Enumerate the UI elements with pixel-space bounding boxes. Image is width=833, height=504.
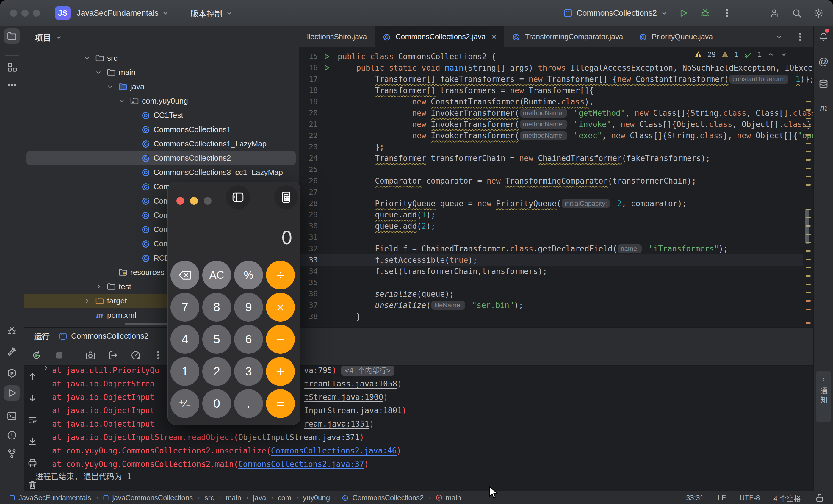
- breadcrumb-java[interactable]: java: [253, 494, 266, 502]
- run-play-icon[interactable]: [4, 385, 20, 401]
- tree-item-CC1Test[interactable]: CC1Test: [24, 108, 299, 122]
- inspection-widget[interactable]: 2911: [694, 50, 788, 58]
- calc-sidebar-button[interactable]: [226, 185, 250, 209]
- run-line-icon[interactable]: [323, 64, 330, 71]
- notifications-bell-icon[interactable]: [816, 29, 831, 44]
- project-menu[interactable]: JavaSecFundamentals: [77, 7, 169, 19]
- run-config-selector[interactable]: CommonsCollections2: [563, 8, 668, 18]
- tab-options-icon[interactable]: [795, 31, 806, 42]
- hidden-tabs-chevron-icon[interactable]: [775, 33, 783, 41]
- database-icon[interactable]: [816, 77, 831, 92]
- rerun-icon[interactable]: [29, 348, 44, 362]
- stack-trace-link[interactable]: ObjectInputStream.java:371: [238, 433, 359, 442]
- build-hammer-icon[interactable]: [4, 344, 20, 359]
- tab-PriorityQueue.java[interactable]: PriorityQueue.java: [631, 26, 721, 47]
- breadcrumb-CommonsCollections2[interactable]: CommonsCollections2: [341, 494, 424, 502]
- tree-item-CommonsCollections1_LazyMap[interactable]: CommonsCollections1_LazyMap: [24, 137, 299, 151]
- calc-button-÷[interactable]: ÷: [266, 261, 295, 289]
- breadcrumb-main[interactable]: main: [226, 494, 241, 502]
- calc-button-0[interactable]: 0: [202, 389, 231, 418]
- stack-trace-link[interactable]: ream.java:1351: [304, 419, 369, 428]
- encoding[interactable]: UTF-8: [740, 494, 760, 502]
- stack-trace-link[interactable]: tStream.java:1900: [304, 393, 383, 402]
- softwrap-icon[interactable]: [27, 414, 38, 425]
- breadcrumb-yuy0ung[interactable]: yuy0ung: [303, 494, 330, 502]
- tree-item-main[interactable]: main: [24, 65, 299, 79]
- tree-item-CommonsCollections1[interactable]: CommonsCollections1: [24, 122, 299, 137]
- indent-setting[interactable]: 4 个空格: [774, 493, 801, 503]
- fold-icon[interactable]: [42, 364, 50, 371]
- more-icon[interactable]: [4, 77, 20, 93]
- calc-button-7[interactable]: 7: [170, 293, 199, 321]
- code-area[interactable]: 15public class CommonsCollections2 {16 p…: [299, 47, 813, 327]
- calc-minimize-button[interactable]: [190, 197, 198, 205]
- lock-icon[interactable]: [814, 493, 825, 503]
- print-icon[interactable]: [27, 458, 38, 469]
- line-ending[interactable]: LF: [718, 494, 726, 502]
- stack-trace-link[interactable]: InputStream.java:1801: [304, 406, 402, 415]
- stack-trace-link[interactable]: CommonsCollections2.java:46: [271, 446, 397, 455]
- calc-keypad-button[interactable]: [274, 185, 298, 209]
- calc-button-6[interactable]: 6: [234, 325, 263, 354]
- terminal-icon[interactable]: [4, 408, 20, 424]
- project-logo[interactable]: JS: [55, 6, 71, 20]
- calc-button-8[interactable]: 8: [202, 293, 231, 321]
- caret-position[interactable]: 33:31: [686, 494, 704, 502]
- maven-icon[interactable]: m: [816, 100, 831, 115]
- breadcrumb-javaCommonsCollections[interactable]: javaCommonsCollections: [103, 494, 193, 502]
- add-user-button[interactable]: [767, 6, 782, 20]
- open-console-icon[interactable]: [106, 348, 120, 362]
- project-folder-icon[interactable]: [4, 28, 20, 44]
- collapsed-tool-window-tab[interactable]: ‹ 通知: [816, 371, 831, 422]
- calc-button-2[interactable]: 2: [202, 357, 231, 386]
- calc-button-−[interactable]: −: [266, 325, 295, 354]
- calc-button-+[interactable]: +: [266, 357, 295, 386]
- stack-trace-link[interactable]: treamClass.java:1058: [304, 379, 397, 388]
- profiler-icon[interactable]: [128, 348, 143, 362]
- search-button[interactable]: [790, 6, 804, 20]
- services-icon[interactable]: [4, 365, 20, 381]
- close-button[interactable]: [10, 9, 17, 17]
- next-problem-icon[interactable]: [780, 51, 788, 58]
- run-line-icon[interactable]: [323, 53, 330, 60]
- calc-button-⌫[interactable]: [170, 261, 199, 289]
- calc-close-button[interactable]: [176, 197, 184, 205]
- breadcrumb-src[interactable]: src: [205, 494, 214, 502]
- breadcrumb-JavaSecFundamentals[interactable]: JavaSecFundamentals: [9, 494, 91, 502]
- error-stripe[interactable]: [803, 68, 813, 327]
- calc-button-5[interactable]: 5: [202, 325, 231, 354]
- tree-item-CommonsCollections3_cc1_LazyMap[interactable]: CommonsCollections3_cc1_LazyMap: [24, 165, 299, 179]
- calc-button-4[interactable]: 4: [170, 325, 199, 354]
- up-icon[interactable]: [27, 371, 38, 382]
- down-icon[interactable]: [27, 393, 38, 404]
- minimize-button[interactable]: [21, 9, 28, 17]
- more-icon[interactable]: [151, 348, 165, 362]
- structure-icon[interactable]: [4, 59, 20, 75]
- calc-button-%[interactable]: %: [234, 261, 263, 289]
- git-branch-icon[interactable]: [4, 446, 20, 461]
- close-tab-icon[interactable]: ×: [492, 32, 496, 42]
- calc-button-3[interactable]: 3: [234, 357, 263, 386]
- calc-button-AC[interactable]: AC: [202, 261, 231, 289]
- settings-button[interactable]: [812, 6, 826, 20]
- at-icon[interactable]: @: [816, 54, 831, 69]
- calc-button-+/-[interactable]: ⁺⁄₋: [170, 389, 199, 418]
- more-button[interactable]: [720, 6, 734, 20]
- tab-llectionsShiro.java[interactable]: llectionsShiro.java: [299, 26, 375, 47]
- tab-CommonsCollections2.java[interactable]: CommonsCollections2.java×: [375, 26, 504, 47]
- camera-icon[interactable]: [83, 348, 98, 362]
- stack-trace-link[interactable]: va:795: [304, 366, 332, 375]
- calc-button-×[interactable]: ×: [266, 293, 295, 321]
- stack-trace-link[interactable]: CommonsCollections2.java:37: [238, 460, 364, 469]
- tree-item-CommonsCollections2[interactable]: CommonsCollections2: [24, 151, 299, 165]
- run-tab[interactable]: CommonsCollections2: [58, 332, 148, 341]
- run-button[interactable]: [676, 6, 690, 20]
- calc-zoom-button[interactable]: [204, 197, 212, 205]
- tree-item-src[interactable]: src: [24, 51, 299, 65]
- prev-problem-icon[interactable]: [767, 51, 775, 58]
- calc-button-=[interactable]: =: [266, 389, 295, 418]
- chevron-down-icon[interactable]: [55, 33, 63, 41]
- stop-icon[interactable]: [52, 348, 66, 362]
- editor-scrollbar[interactable]: [805, 209, 809, 244]
- calc-button-.[interactable]: .: [234, 389, 263, 418]
